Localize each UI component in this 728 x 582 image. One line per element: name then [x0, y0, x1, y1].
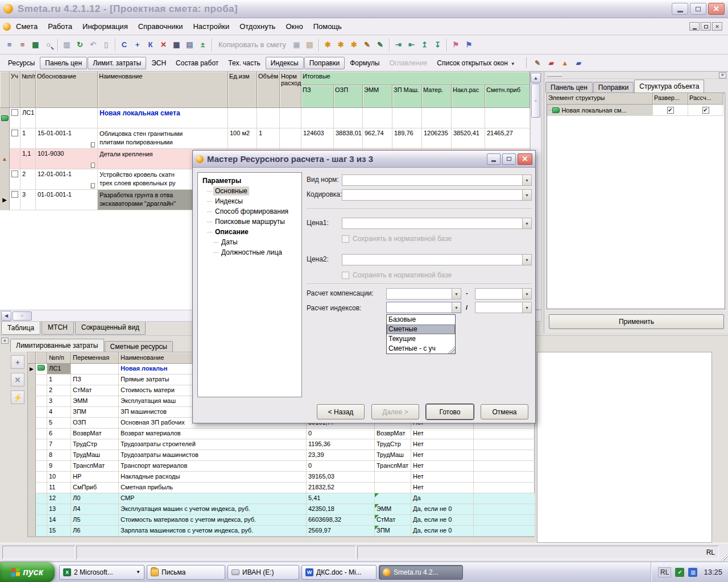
chevron-down-icon[interactable]: ▼ — [511, 61, 515, 66]
structure-row[interactable]: ┄ Новая локальная см... ✔ ✔ — [547, 105, 725, 116]
flag-cell[interactable]: Нет — [411, 450, 474, 461]
check-cell[interactable] — [10, 149, 20, 169]
num-cell[interactable]: 15 — [47, 526, 71, 537]
num-cell[interactable]: 1 — [47, 375, 71, 385]
icon-cell[interactable] — [36, 493, 47, 504]
variable-cell[interactable]: Л0 — [71, 493, 119, 504]
index-np-icon[interactable]: ✱ — [348, 38, 361, 51]
linked-variable-cell[interactable]: ЗПМ — [375, 526, 411, 537]
mdi-restore-button[interactable] — [701, 22, 711, 31]
panel-tab-Поправки[interactable]: Поправки — [593, 82, 634, 93]
menu-Помощь[interactable]: Помощь — [308, 20, 347, 33]
mdi-close-button[interactable]: ✕ — [712, 22, 722, 31]
add-position-icon[interactable]: + — [131, 38, 144, 51]
num-cell[interactable]: 11 — [47, 483, 71, 493]
tree-new-icon[interactable]: ≡ — [3, 38, 16, 51]
linked-variable-cell[interactable]: ВозврМат — [375, 429, 411, 439]
name-cell[interactable]: Новая локальная смета — [98, 108, 228, 128]
norm-cell[interactable] — [280, 128, 301, 149]
table-row[interactable]: 11СмПрибСметная прибыль21832,52Нет — [28, 483, 534, 493]
flag-cell[interactable]: Да, если не 0 — [411, 504, 474, 515]
extra-cell[interactable] — [474, 429, 535, 439]
tab-Состав работ[interactable]: Состав работ — [171, 57, 223, 69]
flag-cell[interactable]: Да, если не 0 — [411, 526, 474, 537]
value-cell[interactable] — [363, 108, 392, 128]
value-cell[interactable]: 2569,97 — [307, 526, 375, 537]
name-cell[interactable]: Эксплуатация машин с учетом индекса, руб… — [119, 504, 307, 515]
calculated-checkbox[interactable]: ✔ — [702, 107, 709, 114]
tree-delete-icon[interactable]: ≡ — [16, 38, 29, 51]
wizard-button-< Назад[interactable]: < Назад — [317, 404, 365, 419]
variable-cell[interactable]: Л4 — [71, 504, 119, 515]
chevron-down-icon[interactable]: ▼ — [452, 302, 461, 313]
panel-tab-Структура объекта[interactable]: Структура объекта — [634, 80, 704, 93]
value-cell[interactable]: 0 — [307, 429, 375, 439]
table-row[interactable]: 6ВозврМатВозврат материалов0ВозврМатНет — [28, 429, 534, 439]
value-cell[interactable]: 962,74 — [363, 128, 392, 149]
icon-cell[interactable] — [36, 418, 47, 429]
menu-Настройки[interactable]: Настройки — [188, 20, 234, 33]
extra-cell[interactable] — [474, 504, 535, 515]
icon-cell[interactable] — [36, 396, 47, 407]
value-cell[interactable]: 189,76 — [392, 128, 422, 149]
indent-left-icon[interactable]: ⇤ — [405, 38, 418, 51]
tab-Панель цен[interactable]: Панель цен — [40, 57, 87, 69]
chevron-down-icon[interactable]: ▼ — [452, 289, 461, 299]
value-cell[interactable] — [452, 108, 485, 128]
warning-icon[interactable]: ▲ — [560, 57, 570, 68]
variable-cell[interactable]: ТрудСтр — [71, 439, 119, 450]
hscroll-thumb[interactable]: ≡ — [13, 311, 32, 321]
code-cell[interactable]: 01-01-001-1 — [36, 190, 98, 210]
value-cell[interactable]: 21832,52 — [307, 483, 375, 493]
icon-cell[interactable] — [36, 450, 47, 461]
move-down-icon[interactable]: ↧ — [431, 38, 444, 51]
table-row[interactable]: 14Л5Стоимость материалов с учетом индекс… — [28, 515, 534, 526]
num-cell[interactable]: 14 — [47, 515, 71, 526]
value-cell[interactable]: 0 — [307, 461, 375, 472]
linked-variable-cell[interactable]: ТранспМат — [375, 461, 411, 472]
variable-cell[interactable]: ОЗП — [71, 418, 119, 429]
save-to-base-checkbox-2[interactable] — [342, 272, 349, 279]
excel-export-icon[interactable]: ▦ — [29, 38, 42, 51]
volume-cell[interactable] — [257, 108, 280, 128]
name-cell[interactable]: СМР — [119, 493, 307, 504]
variable-cell[interactable]: ЗПМ — [71, 407, 119, 418]
taskbar-task-ДКС.doc - Mi...[interactable]: WДКС.doc - Mi... — [301, 565, 377, 580]
value-cell[interactable]: 39165,03 — [307, 472, 375, 483]
wizard-button-Отмена[interactable]: Отмена — [481, 404, 528, 419]
hand-icon[interactable]: ✎ — [532, 57, 543, 68]
taskbar-task-ИВАН (Е:)[interactable]: ИВАН (Е:) — [228, 565, 299, 580]
value-cell[interactable] — [301, 108, 334, 128]
num-cell[interactable]: 6 — [47, 429, 71, 439]
row-checkbox[interactable] — [11, 130, 18, 136]
icon-cell[interactable] — [36, 364, 47, 375]
num-cell[interactable]: 8 — [47, 450, 71, 461]
add-resource-icon[interactable]: К — [144, 38, 157, 51]
chevron-down-icon[interactable]: ▼ — [522, 190, 531, 200]
scroll-up-icon[interactable]: ▲ — [531, 73, 541, 83]
resize-grip[interactable] — [719, 553, 727, 561]
tray-shield-icon[interactable]: ✔ — [675, 568, 684, 577]
check-cell[interactable] — [10, 190, 20, 210]
num-cell[interactable]: 7 — [47, 439, 71, 450]
unit-cell[interactable]: 100 м2 — [228, 128, 257, 149]
num-cell[interactable]: 13 — [47, 504, 71, 515]
icon-cell[interactable] — [36, 429, 47, 439]
code-cell[interactable]: 101-9030 — [36, 149, 98, 169]
check-cell[interactable] — [10, 108, 20, 128]
code-cell[interactable]: 12-01-001-1 — [36, 169, 98, 190]
norm-cell[interactable] — [280, 108, 301, 128]
table-row[interactable]: 13Л4Эксплуатация машин с учетом индекса,… — [28, 504, 534, 515]
truck-blue-icon[interactable]: ▰ — [573, 57, 584, 68]
code-cell[interactable]: 15-01-001-1 — [36, 128, 98, 149]
icon-cell[interactable] — [36, 375, 47, 385]
chevron-down-icon[interactable]: ▼ — [522, 255, 531, 265]
recalculate-icon[interactable]: ⚡ — [11, 390, 24, 404]
wizard-tree-item-Основные[interactable]: Основные — [200, 186, 300, 196]
value-cell[interactable]: 124603 — [301, 128, 334, 149]
num-cell[interactable]: ЛС1 — [47, 364, 71, 375]
chevron-down-icon[interactable]: ▼ — [522, 175, 531, 185]
name-cell[interactable]: Сметная прибыль — [119, 483, 307, 493]
menu-Смета[interactable]: Смета — [11, 20, 43, 33]
bottom-tab-Лимитированные затраты[interactable]: Лимитированные затраты — [10, 339, 104, 352]
